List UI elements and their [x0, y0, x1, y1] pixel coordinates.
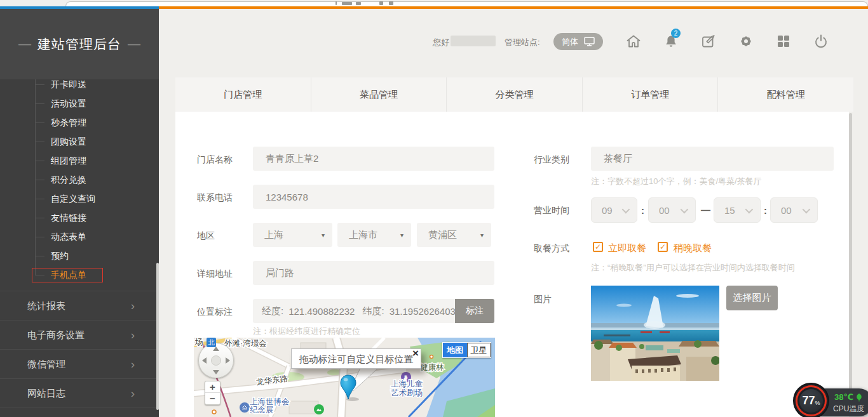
compass-center-knob[interactable] [211, 355, 221, 366]
pan-up-icon[interactable] [213, 347, 219, 351]
latitude-value: 31.1952626403 [390, 306, 455, 317]
home-icon[interactable] [625, 33, 642, 50]
tab-store-manage[interactable]: 门店管理 [175, 77, 311, 112]
chevron-down-icon [745, 205, 754, 213]
tab-order-manage[interactable]: 订单管理 [582, 77, 718, 112]
close-minute-select[interactable]: 00 [770, 197, 818, 223]
mark-location-button[interactable]: 标注 [455, 299, 494, 323]
language-switch-button[interactable]: 简体 [553, 33, 603, 50]
choose-image-button[interactable]: 选择图片 [726, 286, 778, 310]
pickup-later-label[interactable]: 稍晚取餐 [674, 242, 712, 255]
sidebar-group-ecommerce[interactable]: 电子商务设置› [0, 320, 159, 349]
satellite-view-button[interactable]: 卫星 [467, 343, 491, 357]
page-title: 建站管理后台 [37, 36, 121, 53]
dropdown-arrow-icon: ▾ [322, 232, 325, 239]
pickup-later-checkbox[interactable]: ✓ [658, 242, 668, 252]
sidebar-submenu: 开卡即送 活动设置 秒杀管理 团购设置 组团管理 积分兑换 自定义查询 友情链接… [0, 75, 159, 284]
tab-category-manage[interactable]: 分类管理 [446, 77, 582, 112]
close-hour-select[interactable]: 15 [714, 197, 761, 223]
zoom-out-button[interactable]: − [205, 393, 220, 404]
store-form-panel: 门店名称 联系电话 地区 上海▾ 上海市▾ 黄浦区▾ 详细地址 位置标注 经度:… [175, 112, 849, 417]
city-value: 上海市 [349, 229, 377, 241]
sidebar-groups: 统计报表› 电子商务设置› 微信管理› 网站日志› [0, 291, 159, 407]
svg-text:场: 场 [194, 338, 203, 347]
tooltip-text: 拖动标注可自定义目标位置 [299, 354, 414, 364]
location-map[interactable]: ♪ 场 外滩·湾璟会 龙华东路 上海世博会 纪念展 健康林 上海儿童 艺术剧场 … [194, 338, 495, 417]
compose-icon[interactable] [700, 33, 717, 50]
open-hour-select[interactable]: 09 [591, 197, 637, 223]
tab-ingredient-manage[interactable]: 配料管理 [717, 77, 853, 112]
pickup-now-label[interactable]: 立即取餐 [608, 242, 646, 255]
sidebar-group-statistics[interactable]: 统计报表› [0, 291, 159, 320]
sidebar-item-activity[interactable]: 活动设置 [0, 94, 159, 113]
apps-grid-icon[interactable] [775, 33, 792, 50]
sidebar-item-custom-query[interactable]: 自定义查询 [0, 189, 159, 208]
sidebar-item-dynamic-form[interactable]: 动态表单 [0, 227, 159, 246]
store-name-label: 门店名称 [197, 154, 233, 166]
map-view-button[interactable]: 地图 [443, 343, 467, 357]
sidebar-item-group-buy[interactable]: 团购设置 [0, 132, 159, 151]
sidebar-group-wechat[interactable]: 微信管理› [0, 349, 159, 378]
store-name-input[interactable] [253, 147, 494, 171]
open-hour-value: 09 [602, 205, 613, 216]
chevron-down-icon [803, 205, 811, 213]
coordinates-box[interactable]: 经度: 121.490882232 纬度: 31.1952626403 [253, 299, 455, 323]
pickup-now-checkbox[interactable]: ✓ [593, 242, 603, 252]
sidebar-item-reservation[interactable]: 预约 [0, 246, 159, 265]
province-select[interactable]: 上海▾ [253, 223, 332, 247]
pan-left-icon[interactable] [202, 357, 207, 364]
language-label: 简体 [562, 36, 578, 48]
open-minute-value: 00 [659, 205, 670, 216]
address-label: 详细地址 [197, 268, 233, 280]
group-label: 微信管理 [27, 359, 65, 369]
pan-right-icon[interactable] [226, 357, 230, 364]
cpu-temp-value: 38℃ [834, 392, 853, 402]
district-select[interactable]: 黄浦区▾ [417, 223, 491, 247]
module-tabbar: 门店管理 菜品管理 分类管理 订单管理 配料管理 [175, 77, 853, 112]
address-input[interactable] [253, 261, 494, 285]
dropdown-arrow-icon: ▾ [480, 232, 484, 239]
dropdown-arrow-icon: ▾ [400, 232, 403, 239]
store-photo-preview[interactable] [591, 286, 719, 381]
sidebar-scrollbar[interactable] [156, 263, 159, 410]
sidebar-item-card-gift[interactable]: 开卡即送 [0, 75, 159, 94]
cpu-usage-gauge[interactable]: 77 % [793, 383, 829, 417]
sidebar: — 建站管理后台 — 开卡即送 活动设置 秒杀管理 团购设置 组团管理 积分兑换… [0, 9, 159, 417]
title-dash-left: — [18, 37, 31, 51]
image-label: 图片 [534, 294, 552, 305]
sidebar-group-site-log[interactable]: 网站日志› [0, 378, 159, 407]
pickup-method-label: 取餐方式 [534, 243, 569, 255]
power-icon[interactable] [813, 33, 829, 50]
open-minute-select[interactable]: 00 [648, 197, 696, 223]
museum-poi-icon [240, 402, 250, 413]
settings-gear-icon[interactable] [738, 33, 754, 50]
pan-down-icon[interactable] [213, 370, 219, 374]
longitude-value: 121.490882232 [288, 306, 355, 317]
sidebar-item-group-manage[interactable]: 组团管理 [0, 151, 159, 170]
map-pin-marker[interactable] [339, 374, 358, 400]
zoom-in-button[interactable]: + [205, 381, 220, 393]
map-pan-compass[interactable] [198, 343, 234, 378]
content-scrollbar[interactable] [849, 113, 852, 416]
svg-text:纪念展: 纪念展 [250, 406, 274, 414]
province-value: 上海 [264, 229, 283, 241]
city-select[interactable]: 上海市▾ [337, 223, 411, 247]
svg-text:外滩·湾璟会: 外滩·湾璟会 [224, 339, 267, 348]
sidebar-item-flash-sale[interactable]: 秒杀管理 [0, 113, 159, 132]
time-colon: : [764, 205, 767, 216]
group-label: 统计报表 [27, 300, 65, 311]
map-zoom-control[interactable]: + − [205, 381, 220, 405]
address-text-fragment [389, 1, 393, 5]
tab-dish-manage[interactable]: 菜品管理 [311, 77, 447, 112]
industry-note: 注：字数不超过10个字，例：美食/粤菜/茶餐厅 [591, 176, 762, 187]
title-dash-right: — [128, 37, 140, 51]
sidebar-item-links[interactable]: 友情链接 [0, 208, 159, 227]
latitude-label: 纬度: [362, 305, 384, 317]
chevron-right-icon: › [131, 291, 135, 321]
tooltip-close-icon[interactable]: × [412, 343, 419, 364]
cpu-percent: 77 [802, 394, 815, 407]
phone-input[interactable] [253, 185, 494, 209]
photo-poi-icon [314, 404, 324, 414]
sidebar-item-points[interactable]: 积分兑换 [0, 170, 159, 189]
industry-input[interactable] [591, 147, 834, 171]
